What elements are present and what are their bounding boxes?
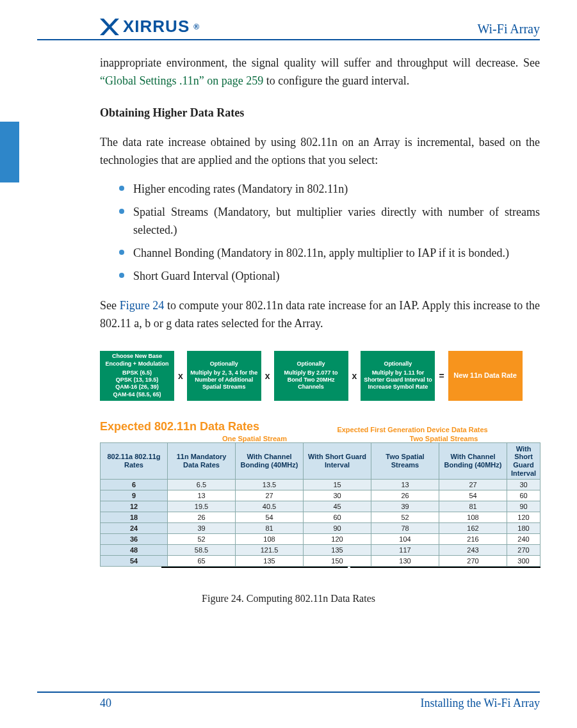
logo-icon xyxy=(100,19,119,35)
table-cell: 12 xyxy=(101,501,168,512)
link-figure-24[interactable]: Figure 24 xyxy=(120,299,165,312)
table-title: Expected 802.11n Data Rates xyxy=(100,420,259,433)
table-group-labels: One Spatial Stream Two Spatial Streams xyxy=(100,435,540,442)
body-text: inappropriate environment, the signal qu… xyxy=(37,54,540,333)
tail-a: See xyxy=(100,299,120,312)
col-mandatory: 11n Mandatory Data Rates xyxy=(168,442,236,480)
list-item: Channel Bonding (Mandatory in 802.11n, a… xyxy=(119,245,540,263)
side-tab xyxy=(0,122,19,182)
table-cell: 13 xyxy=(168,490,236,501)
table-row: 9132730265460 xyxy=(101,490,540,501)
list-item: Higher encoding rates (Mandatory in 802.… xyxy=(119,181,540,198)
formula-box-body: Multiply by 2, 3, 4 for the Number of Ad… xyxy=(190,369,257,391)
operator-multiply: x xyxy=(178,371,183,381)
table-cell: 24 xyxy=(101,523,168,534)
table-cell: 54 xyxy=(101,556,168,567)
col-bonding-2: With Channel Bonding (40MHz) xyxy=(439,442,507,480)
table-cell: 26 xyxy=(371,490,439,501)
table-cell: 65 xyxy=(168,556,236,567)
col-bonding-1: With Channel Bonding (40MHz) xyxy=(236,442,304,480)
table-cell: 120 xyxy=(304,534,371,545)
table-cell: 30 xyxy=(507,480,540,490)
table-row: 5465135150130270300 xyxy=(101,556,540,567)
table-cell: 162 xyxy=(439,523,507,534)
table-cell: 58.5 xyxy=(168,545,236,556)
intro-paragraph: inappropriate environment, the signal qu… xyxy=(100,54,540,90)
table-cell: 18 xyxy=(101,512,168,523)
formula-box-title: Choose New Base Encoding + Modulation xyxy=(102,353,172,368)
formula-box-body: Multiply By 2.077 to Bond Two 20MHz Chan… xyxy=(284,369,338,391)
formula-box-body: Multiply by 1.11 for Shorter Guard Inter… xyxy=(364,369,432,391)
group-two-spatial: Two Spatial Streams xyxy=(348,435,540,442)
formula-box-guard: OptionallyMultiply by 1.11 for Shorter G… xyxy=(361,351,435,401)
link-global-settings[interactable]: “Global Settings .11n” on page 259 xyxy=(100,74,263,87)
table-row: 4858.5121.5135117243270 xyxy=(101,545,540,556)
formula-box-encoding: Choose New Base Encoding + ModulationBPS… xyxy=(100,351,174,401)
section-lead: The data rate increase obtained by using… xyxy=(100,134,540,170)
table-subtitle: Expected First Generation Device Data Ra… xyxy=(285,426,540,433)
formula-box-spatial: OptionallyMultiply by 2, 3, 4 for the Nu… xyxy=(187,351,261,401)
table-cell: 81 xyxy=(439,501,507,512)
table-cell: 30 xyxy=(304,490,371,501)
table-cell: 216 xyxy=(439,534,507,545)
data-rates-table-wrap: Expected 802.11n Data Rates Expected Fir… xyxy=(37,420,540,572)
intro-text-b: to configure the guard interval. xyxy=(263,74,409,87)
table-cell: 108 xyxy=(236,534,304,545)
table-row: 1826546052108120 xyxy=(101,512,540,523)
table-cell: 108 xyxy=(439,512,507,523)
col-guard-2: With Short Guard Interval xyxy=(507,442,540,480)
table-cell: 78 xyxy=(371,523,439,534)
table-cell: 27 xyxy=(439,480,507,490)
formula-diagram: Choose New Base Encoding + ModulationBPS… xyxy=(37,351,540,401)
col-guard-1: With Short Guard Interval xyxy=(304,442,371,480)
table-cell: 270 xyxy=(507,545,540,556)
table-cell: 40.5 xyxy=(236,501,304,512)
list-item: Short Guard Interval (Optional) xyxy=(119,268,540,286)
table-cell: 135 xyxy=(304,545,371,556)
intro-text-a: inappropriate environment, the signal qu… xyxy=(100,56,540,69)
document-title: Wi-Fi Array xyxy=(477,22,540,36)
table-row: 1219.540.545398190 xyxy=(101,501,540,512)
formula-box-result: New 11n Data Rate xyxy=(448,351,523,401)
formula-box-title: Optionally xyxy=(277,360,346,368)
formula-box-body: New 11n Data Rate xyxy=(453,371,516,379)
table-cell: 27 xyxy=(236,490,304,501)
table-cell: 36 xyxy=(101,534,168,545)
table-cell: 270 xyxy=(439,556,507,567)
table-cell: 13.5 xyxy=(236,480,304,490)
bullet-list: Higher encoding rates (Mandatory in 802.… xyxy=(100,181,540,285)
section-heading: Obtaining Higher Data Rates xyxy=(100,104,540,122)
formula-box-title: Optionally xyxy=(363,360,432,368)
table-cell: 45 xyxy=(304,501,371,512)
table-cell: 52 xyxy=(168,534,236,545)
data-rates-table: 802.11a 802.11g Rates 11n Mandatory Data… xyxy=(100,442,540,567)
bracket-row xyxy=(100,567,540,571)
operator-multiply: x xyxy=(352,371,357,381)
formula-box-bonding: OptionallyMultiply By 2.077 to Bond Two … xyxy=(274,351,348,401)
logo-text: XIRRUS xyxy=(123,17,190,36)
table-cell: 243 xyxy=(439,545,507,556)
table-row: 3652108120104216240 xyxy=(101,534,540,545)
table-cell: 120 xyxy=(507,512,540,523)
operator-multiply: x xyxy=(265,371,270,381)
operator-equals: = xyxy=(439,371,444,381)
page-header: XIRRUS ® Wi-Fi Array xyxy=(37,17,540,40)
section-tail: See Figure 24 to compute your 802.11n da… xyxy=(100,297,540,333)
registered-icon: ® xyxy=(193,22,200,31)
tail-b: to compute your 802.11n data rate increa… xyxy=(100,299,540,330)
table-cell: 54 xyxy=(236,512,304,523)
col-two-streams: Two Spatial Streams xyxy=(371,442,439,480)
table-cell: 300 xyxy=(507,556,540,567)
table-cell: 121.5 xyxy=(236,545,304,556)
footer-section: Installing the Wi-Fi Array xyxy=(421,697,540,710)
table-cell: 60 xyxy=(507,490,540,501)
table-cell: 6.5 xyxy=(168,480,236,490)
table-cell: 48 xyxy=(101,545,168,556)
formula-box-title: Optionally xyxy=(190,360,259,368)
table-cell: 90 xyxy=(507,501,540,512)
table-cell: 81 xyxy=(236,523,304,534)
group-one-spatial: One Spatial Stream xyxy=(161,435,348,442)
svg-marker-0 xyxy=(100,19,119,35)
page-number: 40 xyxy=(100,697,111,710)
table-cell: 135 xyxy=(236,556,304,567)
